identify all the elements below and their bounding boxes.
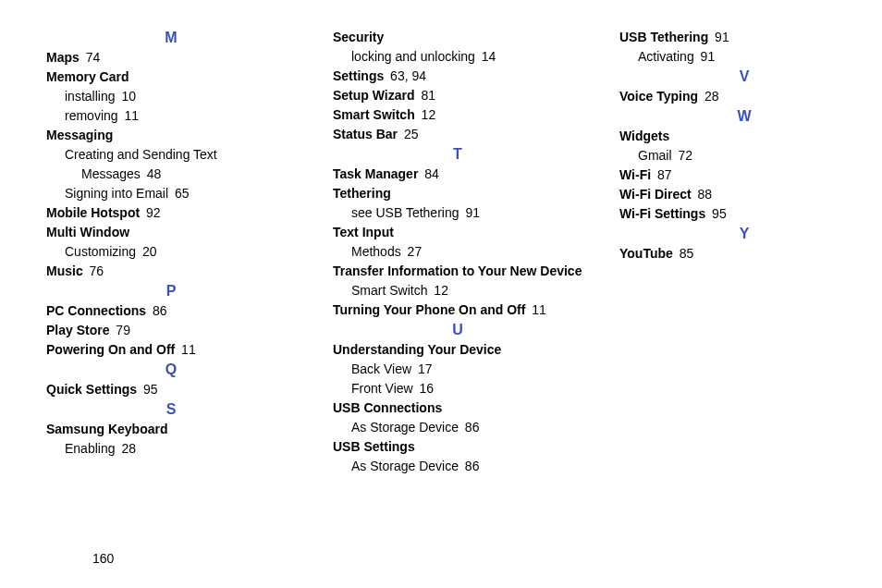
index-entry: Settings 63, 94 <box>333 67 582 86</box>
index-page-ref: 14 <box>482 49 496 64</box>
index-column-2: Securitylocking and unlocking 14Settings… <box>333 28 582 545</box>
index-page-ref: 74 <box>82 50 100 65</box>
index-term: Maps <box>46 50 80 65</box>
index-page-ref: 25 <box>400 127 418 141</box>
index-entry: Wi-Fi Direct 88 <box>619 185 869 204</box>
index-entry: Turning Your Phone On and Off 11 <box>333 300 582 320</box>
index-subentry: Signing into Email 65 <box>46 184 296 203</box>
index-entry: PC Connections 86 <box>46 301 296 321</box>
index-page-ref: 95 <box>140 382 157 397</box>
index-subentry: Gmail 72 <box>619 146 869 165</box>
index-column-3: USB Tethering 91Activating 91VVoice Typi… <box>619 28 869 545</box>
index-page-ref: 20 <box>142 244 157 259</box>
index-column-1: MMaps 74Memory Cardinstalling 10removing… <box>46 28 296 545</box>
index-page-ref: 27 <box>408 244 423 259</box>
index-term: Wi-Fi Direct <box>619 187 692 202</box>
index-subentry: locking and unlocking 14 <box>333 47 582 67</box>
index-page-ref: 85 <box>676 246 693 261</box>
index-subentry: Creating and Sending Text <box>46 145 296 165</box>
index-page-ref: 48 <box>147 166 162 181</box>
index-term: Transfer Information to Your New Device <box>333 263 582 278</box>
index-page-ref: 95 <box>708 206 726 221</box>
index-page-ref: 16 <box>420 381 435 396</box>
index-subentry: Front View 16 <box>333 379 582 398</box>
index-page-ref: 76 <box>86 263 104 278</box>
index-term: YouTube <box>619 246 673 261</box>
index-entry: Understanding Your Device <box>333 340 582 360</box>
index-entry: Task Manager 84 <box>333 165 582 184</box>
section-letter: P <box>46 283 296 300</box>
index-term: Music <box>46 263 83 278</box>
index-entry: Smart Switch 12 <box>333 105 582 125</box>
index-term: Settings <box>333 68 384 83</box>
index-term: Wi-Fi <box>619 167 651 182</box>
index-entry: Quick Settings 95 <box>46 380 296 399</box>
index-entry: Memory Card <box>46 67 296 87</box>
index-entry: Maps 74 <box>46 48 296 67</box>
index-subentry: Customizing 20 <box>46 242 296 262</box>
index-term: Multi Window <box>46 225 129 239</box>
index-entry: YouTube 85 <box>619 244 869 263</box>
index-entry: Tethering <box>333 184 582 203</box>
index-entry: Wi-Fi 87 <box>619 165 869 185</box>
index-page: MMaps 74Memory Cardinstalling 10removing… <box>0 0 882 545</box>
index-page-ref: 84 <box>421 166 438 181</box>
index-entry: Setup Wizard 81 <box>333 86 582 105</box>
index-subentry: Back View 17 <box>333 360 582 379</box>
index-page-ref: 91 <box>701 49 716 64</box>
index-page-ref: 12 <box>418 107 435 122</box>
index-page-ref: 11 <box>528 302 545 317</box>
index-entry: Text Input <box>333 223 582 242</box>
index-entry: Messaging <box>46 126 296 145</box>
index-page-ref: 86 <box>465 459 480 473</box>
index-term: Voice Typing <box>619 89 698 104</box>
index-term: Widgets <box>619 129 669 143</box>
index-term: Samsung Keyboard <box>46 422 167 436</box>
index-entry: Music 76 <box>46 262 296 281</box>
index-term: Status Bar <box>333 127 398 141</box>
index-entry: Multi Window <box>46 223 296 242</box>
index-term: USB Connections <box>333 400 442 415</box>
index-subentry: Enabling 28 <box>46 439 296 459</box>
index-page-ref: 11 <box>178 342 195 357</box>
index-page-ref: 10 <box>121 89 136 104</box>
section-letter: M <box>46 30 296 46</box>
section-letter: U <box>333 322 582 338</box>
section-letter: W <box>619 108 869 125</box>
index-subentry: Smart Switch 12 <box>333 281 582 300</box>
index-entry: Voice Typing 28 <box>619 87 869 106</box>
section-letter: Q <box>46 361 296 378</box>
index-term: Setup Wizard <box>333 88 415 103</box>
index-page-ref: 91 <box>711 30 729 44</box>
index-entry: Widgets <box>619 127 869 146</box>
index-page-ref: 12 <box>434 283 448 298</box>
index-subentry: As Storage Device 86 <box>333 457 582 476</box>
index-term: USB Tethering <box>619 30 708 44</box>
index-term: USB Settings <box>333 439 415 454</box>
index-page-ref: 92 <box>142 205 160 220</box>
index-subentry: Methods 27 <box>333 242 582 262</box>
index-page-ref: 87 <box>654 167 671 182</box>
index-page-ref: 17 <box>418 361 433 376</box>
index-entry: Powering On and Off 11 <box>46 340 296 360</box>
index-term: PC Connections <box>46 303 146 318</box>
index-entry: Samsung Keyboard <box>46 420 296 439</box>
index-page-ref: 28 <box>121 441 136 456</box>
index-page-ref: 72 <box>678 148 692 163</box>
index-entry: USB Tethering 91 <box>619 28 869 47</box>
index-term: Smart Switch <box>333 107 415 122</box>
index-term: Wi-Fi Settings <box>619 206 705 221</box>
index-subentry: As Storage Device 86 <box>333 418 582 437</box>
index-term: Understanding Your Device <box>333 342 501 357</box>
index-page-ref: 11 <box>124 108 139 123</box>
index-page-ref: 88 <box>694 187 712 202</box>
section-letter: T <box>333 146 582 163</box>
index-subentry: removing 11 <box>46 106 296 126</box>
index-term: Task Manager <box>333 166 418 181</box>
index-page-ref: 86 <box>149 303 166 318</box>
index-page-ref: 28 <box>701 89 718 104</box>
index-term: Mobile Hotspot <box>46 205 140 220</box>
index-subentry: installing 10 <box>46 87 296 106</box>
section-letter: V <box>619 68 869 85</box>
index-page-ref: 65 <box>175 186 190 201</box>
